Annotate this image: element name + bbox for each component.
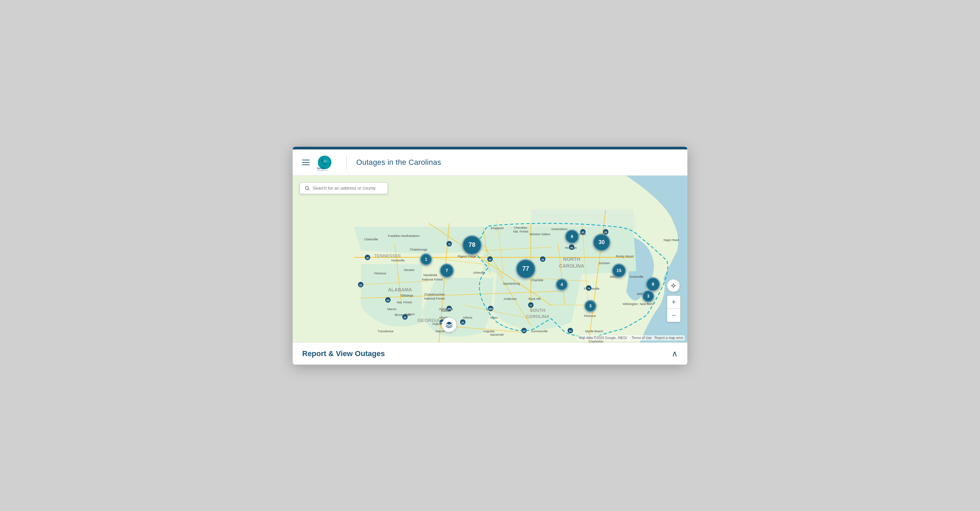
search-box[interactable]	[299, 183, 388, 194]
svg-text:Nat. Forest: Nat. Forest	[513, 230, 528, 233]
menu-button[interactable]	[301, 158, 311, 167]
svg-text:Rock Hill: Rock Hill	[528, 297, 541, 301]
svg-text:Huntsville: Huntsville	[391, 259, 404, 262]
search-input[interactable]	[313, 186, 383, 191]
svg-text:20: 20	[461, 322, 464, 324]
svg-text:ALABAMA: ALABAMA	[388, 287, 412, 293]
svg-point-1	[323, 159, 326, 163]
svg-text:NORTH: NORTH	[563, 256, 580, 262]
cluster-7[interactable]: 7	[440, 264, 454, 278]
layers-icon	[445, 321, 453, 328]
svg-text:65: 65	[605, 231, 607, 234]
svg-text:TENNESSEE: TENNESSEE	[374, 253, 401, 258]
terms-of-use-link[interactable]: Terms of Use	[632, 336, 652, 340]
browser-window: DUKE ENERGY Outages in the Carolinas	[293, 147, 687, 365]
page-title: Outages in the Carolinas	[356, 158, 441, 167]
app-header: DUKE ENERGY Outages in the Carolinas	[293, 150, 687, 176]
cluster-8[interactable]: 8	[646, 277, 660, 291]
footer-bar: Report & View Outages ∧	[293, 342, 687, 365]
svg-text:Anderson: Anderson	[504, 297, 517, 301]
svg-text:75: 75	[448, 243, 450, 245]
svg-text:Summerville: Summerville	[531, 330, 548, 333]
cluster-3-coast[interactable]: 3	[642, 290, 654, 302]
location-icon	[670, 283, 676, 289]
svg-text:ENERGY: ENERGY	[317, 170, 327, 170]
svg-point-122	[672, 285, 675, 287]
svg-line-121	[308, 189, 309, 190]
location-button[interactable]	[667, 279, 680, 292]
svg-text:New Bern: New Bern	[640, 302, 653, 306]
svg-text:Rocky Mount: Rocky Mount	[616, 255, 634, 258]
layers-button[interactable]	[442, 317, 457, 332]
svg-text:Chattanooga: Chattanooga	[410, 248, 427, 251]
svg-text:20: 20	[404, 316, 406, 318]
zoom-in-button[interactable]: +	[667, 296, 680, 309]
svg-text:59: 59	[387, 299, 389, 302]
svg-text:Spartanburg: Spartanburg	[503, 282, 520, 285]
svg-text:40: 40	[366, 257, 369, 259]
svg-text:Talladega: Talladega	[400, 294, 414, 297]
top-accent-bar	[293, 147, 687, 150]
svg-text:CAROLINA: CAROLINA	[526, 314, 550, 319]
zoom-out-button[interactable]: −	[667, 309, 680, 322]
svg-text:95: 95	[569, 330, 572, 332]
svg-text:SOUTH: SOUTH	[530, 308, 546, 313]
svg-text:74: 74	[587, 287, 590, 290]
svg-text:Myrtle Beach: Myrtle Beach	[585, 330, 603, 333]
svg-text:459: 459	[447, 308, 451, 310]
svg-text:40: 40	[488, 258, 492, 261]
svg-text:Savannah: Savannah	[490, 333, 504, 336]
map-background: ALABAMA TENNESSEE NORTH CAROLINA SOUTH C…	[293, 176, 687, 342]
duke-energy-logo: DUKE ENERGY	[317, 154, 337, 170]
svg-text:Wilmington: Wilmington	[623, 302, 638, 306]
svg-text:Greensboro: Greensboro	[551, 228, 568, 231]
svg-text:40: 40	[541, 258, 544, 261]
cluster-78[interactable]: 78	[462, 235, 482, 255]
svg-text:Tuscaloosa: Tuscaloosa	[378, 330, 393, 333]
svg-text:Florence: Florence	[374, 272, 386, 275]
svg-text:Cherokee: Cherokee	[514, 226, 527, 229]
svg-text:National Forest: National Forest	[424, 297, 445, 300]
cluster-6[interactable]: 6	[565, 229, 579, 244]
svg-text:Augusta: Augusta	[483, 330, 495, 333]
svg-text:National Forest: National Forest	[422, 278, 443, 281]
svg-text:Franklino Murfreesboro: Franklino Murfreesboro	[388, 234, 420, 238]
svg-text:Durham: Durham	[599, 261, 610, 265]
svg-text:Macon: Macon	[436, 330, 445, 333]
svg-text:77: 77	[530, 304, 532, 307]
logo-area: DUKE ENERGY	[317, 154, 337, 170]
report-map-error-link[interactable]: Report a map error	[655, 336, 683, 340]
cluster-1[interactable]: 1	[420, 253, 432, 266]
svg-text:Pigeon Forge: Pigeon Forge	[458, 255, 476, 258]
svg-text:Clarksville: Clarksville	[364, 238, 378, 241]
cluster-3-sc[interactable]: 3	[584, 300, 597, 312]
svg-text:85: 85	[582, 231, 584, 234]
svg-text:Kingsport: Kingsport	[491, 226, 504, 230]
svg-text:Nags Head: Nags Head	[663, 238, 679, 242]
svg-text:Charlotte: Charlotte	[531, 279, 543, 282]
search-icon	[305, 186, 310, 191]
svg-text:CAROLINA: CAROLINA	[559, 263, 584, 269]
svg-text:Chattahoochee: Chattahoochee	[424, 293, 445, 296]
zoom-button-group: + −	[667, 296, 681, 322]
svg-text:Winston-Salem: Winston-Salem	[530, 232, 550, 236]
cluster-4[interactable]: 4	[556, 279, 568, 291]
zoom-controls: + −	[667, 279, 681, 322]
svg-text:Nat. Forest: Nat. Forest	[397, 301, 412, 304]
svg-text:22: 22	[360, 284, 362, 286]
footer-title: Report & View Outages	[302, 349, 385, 358]
svg-text:Macon: Macon	[387, 307, 396, 311]
svg-text:Decatur: Decatur	[404, 268, 415, 272]
svg-text:Athens: Athens	[463, 316, 473, 319]
svg-text:Greenville: Greenville	[630, 275, 643, 279]
svg-text:Nantahala: Nantahala	[423, 273, 437, 277]
map-container[interactable]: ALABAMA TENNESSEE NORTH CAROLINA SOUTH C…	[293, 176, 687, 342]
svg-text:385: 385	[488, 308, 493, 310]
cluster-30[interactable]: 30	[593, 234, 611, 251]
cluster-15[interactable]: 15	[612, 264, 626, 278]
svg-text:Florence: Florence	[584, 314, 596, 318]
expand-button[interactable]: ∧	[672, 349, 678, 358]
map-attribution: Map data ©2020 Google, INEGI · Terms of …	[578, 335, 685, 341]
cluster-77[interactable]: 77	[516, 259, 536, 279]
svg-text:DUKE: DUKE	[317, 167, 325, 170]
